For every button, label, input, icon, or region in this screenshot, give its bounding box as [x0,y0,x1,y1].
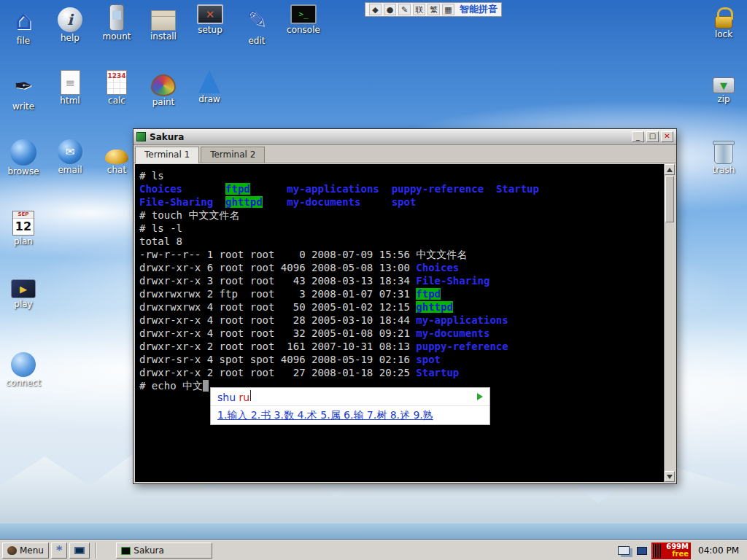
icon-label-plan: plan [0,236,47,246]
desktop-icon-email[interactable]: ✉email [47,139,93,175]
terminal-line: # ls [139,169,664,182]
desktop-icon-paint[interactable]: paint [140,70,187,107]
help-icon: i [58,7,82,32]
trash-icon [714,144,733,164]
down-arrow-icon [667,475,673,479]
draw-icon [198,70,220,93]
window-icon [136,132,146,141]
icon-label-play: play [0,299,47,309]
desktop-icon-plan[interactable]: SEP12plan [0,211,47,246]
penguin-icon[interactable]: ● [384,4,396,15]
desktop-icon-lock[interactable]: lock [700,4,747,39]
terminal-line: Choices ftpd my-applications puppy-refer… [139,182,664,195]
connect-icon [11,352,36,377]
ime-toolbar[interactable]: ◆●✎联繁▦ 智能拼音 [365,2,502,17]
terminal-line: drwxr-xr-x 3 root root 43 2008-03-13 18:… [139,274,664,287]
terminal-line: drwxrwxrwx 4 root root 50 2005-01-02 12:… [139,300,664,314]
terminal-line: drwxr-sr-x 4 spot spot 4096 2008-05-19 0… [139,353,664,366]
tab-terminal-1[interactable]: Terminal 1 [135,147,199,163]
desktop-icon-connect[interactable]: connect [0,352,47,388]
icon-label-mount: mount [93,31,140,42]
terminal-line: drwxrwxrwx 2 ftp root 3 2008-01-07 07:31… [139,287,664,300]
icon-label-help: help [47,33,93,43]
close-button[interactable]: ✕ [661,131,673,142]
icon-label-zip: zip [700,94,747,104]
window-title: Sakura [150,132,630,142]
desktop-icon-draw[interactable]: draw [186,70,233,104]
ime-next-page-icon[interactable] [477,393,483,400]
desktop-icon-install[interactable]: install [140,4,187,42]
tab-terminal-2[interactable]: Terminal 2 [201,147,265,163]
taskbar: Menu * Sakura 699M free 04:00 [0,540,747,560]
icon-label-html: html [47,96,93,106]
plan-icon: SEP12 [12,211,34,236]
scroll-up-button[interactable] [665,164,675,175]
icon-label-write: write [0,101,47,112]
lock-icon [715,16,732,28]
play-icon: ▶ [11,279,36,298]
traditional-mode[interactable]: 繁 [427,4,440,15]
desktop-icon-mount[interactable]: mount [93,4,140,42]
keyboard-icon[interactable]: ▦ [442,4,454,15]
terminal-line: drwxr-xr-x 6 root root 4096 2008-05-08 1… [139,261,664,274]
pen-mode-icon[interactable]: ✎ [398,4,411,15]
memory-text: 699M free [661,543,689,558]
icon-label-paint: paint [140,97,187,107]
terminal-output[interactable]: # lsChoices ftpd my-applications puppy-r… [135,164,664,482]
task-label: Sakura [133,545,163,556]
launcher-button[interactable]: * [51,542,67,559]
ime-logo-icon[interactable]: ◆ [369,4,382,15]
scroll-down-button[interactable] [665,471,675,482]
setup-icon: ✕ [197,4,223,24]
simplified-mode[interactable]: 联 [413,4,425,15]
desktop-icon-play[interactable]: ▶play [0,279,47,309]
desktop-icon-browse[interactable]: browse [0,139,47,176]
ime-engine-name[interactable]: 智能拼音 [460,3,498,16]
screen-icon [74,547,85,554]
up-arrow-icon [667,168,673,172]
desktop-icon-console[interactable]: >_console [280,4,327,35]
desktop-icon-html[interactable]: ≡html [47,70,93,106]
terminal-line: drwxr-xr-x 4 root root 32 2005-01-08 09:… [139,327,664,340]
icon-label-calc: calc [93,96,140,106]
icon-label-draw: draw [186,94,233,104]
maximize-button[interactable]: □ [646,131,659,142]
tab-bar: Terminal 1 Terminal 2 [133,145,676,163]
icon-label-console: console [280,25,327,35]
ime-caret [250,390,251,401]
ime-candidate-window: shu ru 1.输入 2.书 3.数 4.术 5.属 6.输 7.树 8.述 … [210,387,490,425]
network-icon[interactable] [618,546,630,555]
minimize-button[interactable]: _ [632,131,644,142]
ime-candidate-list[interactable]: 1.输入 2.书 3.数 4.术 5.属 6.输 7.树 8.述 9.熟 [211,406,489,424]
terminal-icon [121,547,131,555]
menu-button[interactable]: Menu [2,542,49,559]
terminal-line: total 8 [139,235,664,248]
asterisk-icon: * [56,547,62,554]
icon-label-trash: trash [700,165,747,175]
desktop-icon-setup[interactable]: ✕setup [187,4,233,35]
icon-label-lock: lock [700,29,747,39]
scrollbar-thumb[interactable] [665,176,674,222]
ime-toolbar-icons: ◆●✎联繁▦ [369,4,454,15]
desktop-icon-help[interactable]: ihelp [47,4,93,43]
icon-label-file: file [0,36,47,46]
write-icon: ✒ [0,70,47,101]
taskbar-divider [96,542,97,559]
display-tray-icon[interactable] [637,547,647,555]
task-sakura[interactable]: Sakura [116,542,212,559]
browse-icon [10,139,36,166]
desktop-icon-write[interactable]: ✒write [0,70,47,112]
desktop-icon-edit[interactable]: ✎edit [233,4,280,46]
show-desktop-button[interactable] [69,542,90,559]
scrollbar-track[interactable] [665,223,675,471]
terminal-line: # ls -l [139,222,664,235]
memory-indicator[interactable]: 699M free [651,542,691,559]
clock[interactable]: 04:00 PM [695,545,743,556]
desktop-icon-calc[interactable]: 1234calc [93,70,140,106]
terminal-scrollbar[interactable] [664,164,675,482]
desktop-icon-file[interactable]: ⌂file [0,4,47,46]
desktop-icon-trash[interactable]: trash [700,138,747,175]
titlebar[interactable]: Sakura _ □ ✕ [133,129,676,145]
desktop-icon-zip[interactable]: ▼zip [700,70,747,104]
icon-label-setup: setup [187,25,233,35]
